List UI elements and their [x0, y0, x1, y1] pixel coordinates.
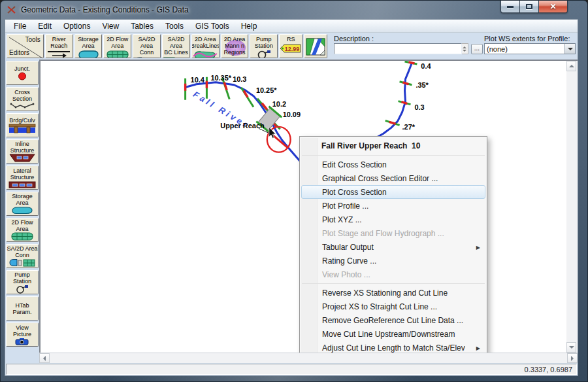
- sa-2d-area-bc-lines-button[interactable]: SA/2D Area BC Lines: [162, 34, 190, 58]
- menu-item-plot-xyz[interactable]: Plot XYZ ...: [301, 213, 485, 226]
- menu-item-project-xs-straight[interactable]: Project XS to Straight Cut Line ...: [301, 300, 485, 313]
- tools-editors-corner: Tools Editors: [7, 34, 44, 58]
- submenu-arrow-icon: ▶: [476, 345, 480, 351]
- cursor-coordinates: 0.3337, 0.6987: [525, 366, 572, 373]
- menu-item-graphical-xs-editor[interactable]: Graphical Cross Section Editor ...: [301, 171, 485, 185]
- menu-view[interactable]: View: [96, 20, 125, 32]
- pump-station-icon: [14, 285, 30, 294]
- reach-name-label: Upper Reach: [220, 122, 264, 130]
- station-label: 0.3: [414, 103, 424, 111]
- toolbar: Tools Editors River Reach Storage Area 2…: [5, 33, 578, 60]
- station-label: 10.35*: [210, 74, 231, 82]
- menu-item-reverse-xs-stationing[interactable]: Reverse XS Stationing and Cut Line: [301, 286, 485, 300]
- rs-locator-button[interactable]: RS 12.99: [279, 34, 302, 58]
- spinner-up-icon: [463, 46, 466, 48]
- description-label: Description :: [334, 35, 483, 43]
- status-bar: 0.3337, 0.6987: [5, 363, 578, 375]
- station-label: 10.25*: [256, 86, 277, 94]
- hscroll-right-button[interactable]: [567, 353, 578, 363]
- camera-icon: [15, 338, 29, 345]
- profile-dropdown[interactable]: (none): [484, 43, 576, 54]
- app-icon: [7, 5, 17, 15]
- vscroll-down-button[interactable]: [566, 342, 576, 353]
- menu-tools[interactable]: Tools: [159, 20, 189, 32]
- river-reach-button[interactable]: River Reach: [45, 34, 73, 58]
- menu-gis-tools[interactable]: GIS Tools: [189, 20, 235, 32]
- menu-item-plot-profile[interactable]: Plot Profile ...: [301, 199, 485, 213]
- corner-editors-label: Editors: [9, 49, 29, 56]
- lateral-structure-icon: [8, 181, 36, 188]
- rs-tag-icon: 12.99: [280, 43, 302, 54]
- description-group: Description : ...: [334, 34, 483, 58]
- menu-separator: [302, 283, 485, 284]
- 2d-flow-area-button[interactable]: 2D Flow Area: [103, 34, 131, 58]
- pump-station-button[interactable]: Pump Station: [250, 34, 278, 58]
- 2d-area-mann-regions-button[interactable]: 2D Area Mann n Regions: [221, 34, 249, 58]
- chevron-down-icon: [568, 48, 573, 50]
- pump-station-icon: [256, 50, 272, 58]
- schematic-canvas[interactable]: 10.4 10.35* 10.3 10.25* 10.2 10.09 0.4 .…: [39, 60, 566, 353]
- status-panel: 0.3337, 0.6987: [6, 364, 577, 375]
- menu-tables[interactable]: Tables: [125, 20, 159, 32]
- horizontal-scrollbar[interactable]: [39, 353, 578, 363]
- vertical-scrollbar[interactable]: [566, 60, 578, 353]
- station-label: 10.4: [191, 76, 205, 84]
- geometric-data-window: Geometric Data - Existing Conditions - G…: [0, 0, 588, 382]
- sidebar-item-inline-structure[interactable]: Inline Structure: [6, 139, 39, 164]
- description-input[interactable]: [334, 43, 462, 54]
- gis-view-button[interactable]: [304, 34, 327, 58]
- title-bar[interactable]: Geometric Data - Existing Conditions - G…: [1, 1, 587, 19]
- submenu-arrow-icon: ▶: [476, 244, 480, 250]
- maximize-button[interactable]: [519, 1, 538, 13]
- menu-item-edit-cross-section[interactable]: Edit Cross Section: [301, 158, 485, 171]
- 2d-area-breaklines-button[interactable]: 2D Area BreakLines: [191, 34, 220, 58]
- context-menu-header: Fall River Upper Reach 10: [301, 138, 485, 153]
- sa-2d-area-bc-lines-icon: [163, 56, 189, 58]
- menu-item-move-cut-line[interactable]: Move Cut Line Upstream/Downstream: [301, 327, 485, 341]
- menu-item-remove-georeference[interactable]: Remove GeoReference Cut Line Data ...: [301, 313, 485, 327]
- menu-help[interactable]: Help: [235, 20, 263, 32]
- station-label: 10.09: [283, 111, 301, 118]
- station-label: 10.2: [272, 100, 286, 108]
- menu-item-adjust-cut-line-length[interactable]: Adjust Cut Line Length to Match Sta/Elev…: [301, 341, 485, 353]
- profile-selected-value: (none): [485, 45, 564, 53]
- sidebar-item-sa-2d-area-conn[interactable]: SA/2D Area Conn: [6, 244, 39, 268]
- menu-options[interactable]: Options: [57, 20, 96, 32]
- hscroll-left-button[interactable]: [39, 353, 50, 363]
- close-button[interactable]: ✕: [538, 1, 568, 13]
- storage-area-button[interactable]: Storage Area: [74, 34, 103, 58]
- profile-label: Plot WS extents for Profile:: [484, 35, 570, 43]
- storage-area-icon: [76, 50, 101, 58]
- station-label: .35*: [416, 81, 429, 89]
- menu-separator: [302, 155, 485, 156]
- client-area: File Edit Options View Tables Tools GIS …: [5, 19, 578, 376]
- menu-item-tabular-output[interactable]: Tabular Output ▶: [301, 240, 485, 254]
- description-more-button[interactable]: ...: [471, 44, 483, 54]
- sidebar-item-htab-param[interactable]: HTab Param.: [6, 296, 39, 321]
- maximize-icon: [526, 4, 532, 9]
- sidebar-item-storage-area[interactable]: Storage Area: [6, 192, 39, 216]
- description-spinner[interactable]: [462, 43, 468, 54]
- arrow-up-icon: [569, 65, 574, 67]
- vscroll-up-button[interactable]: [566, 61, 576, 71]
- hscroll-spacer: [5, 353, 39, 363]
- window-title: Geometric Data - Existing Conditions - G…: [21, 5, 189, 14]
- menu-bar: File Edit Options View Tables Tools GIS …: [5, 20, 578, 33]
- menu-edit[interactable]: Edit: [32, 20, 57, 32]
- sidebar-item-pump-station[interactable]: Pump Station: [6, 270, 39, 294]
- menu-file[interactable]: File: [8, 20, 32, 32]
- menu-item-view-photo: View Photo ...: [301, 268, 485, 281]
- sidebar-item-2d-flow-area[interactable]: 2D Flow Area: [6, 218, 39, 242]
- river-reach-icon: [46, 50, 71, 58]
- minimize-button[interactable]: [500, 1, 519, 13]
- close-icon: ✕: [549, 2, 556, 11]
- sidebar-item-view-picture[interactable]: View Picture: [6, 322, 39, 347]
- sa-2d-area-conn-button[interactable]: SA/2D Area Conn: [133, 34, 161, 58]
- menu-item-plot-cross-section[interactable]: Plot Cross Section: [301, 185, 485, 199]
- menu-item-rating-curve[interactable]: Rating Curve ...: [301, 254, 485, 268]
- station-label: 10.3: [233, 75, 246, 83]
- sidebar-item-lateral-structure[interactable]: Lateral Structure: [6, 165, 39, 190]
- context-menu: Fall River Upper Reach 10 Edit Cross Sec…: [299, 136, 487, 353]
- inline-structure-icon: [9, 154, 35, 162]
- profile-dropdown-button[interactable]: [564, 44, 575, 54]
